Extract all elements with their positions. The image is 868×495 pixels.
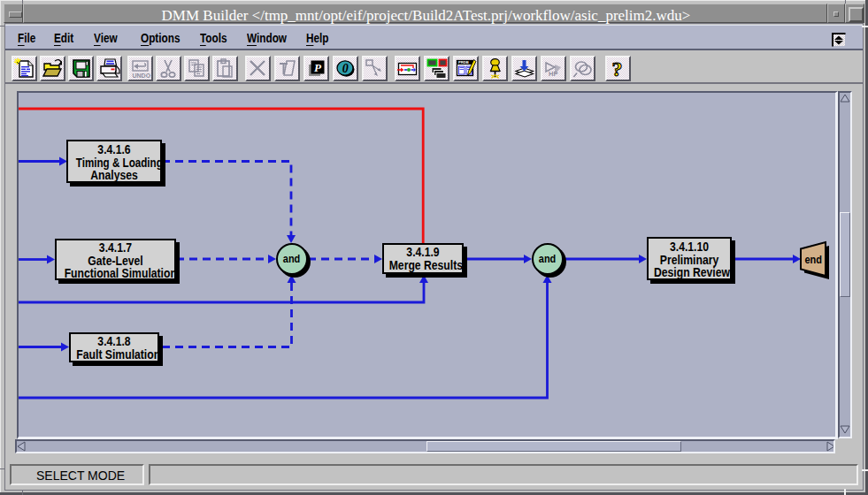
svg-text:HP: HP [549,70,557,78]
svg-text:0: 0 [342,62,349,75]
svg-text:UNDO: UNDO [133,72,151,79]
svg-text:?: ? [612,57,623,80]
svg-text:end: end [805,253,823,266]
svg-text:PRDB: PRDB [458,60,469,65]
svg-text:P: P [314,61,322,74]
